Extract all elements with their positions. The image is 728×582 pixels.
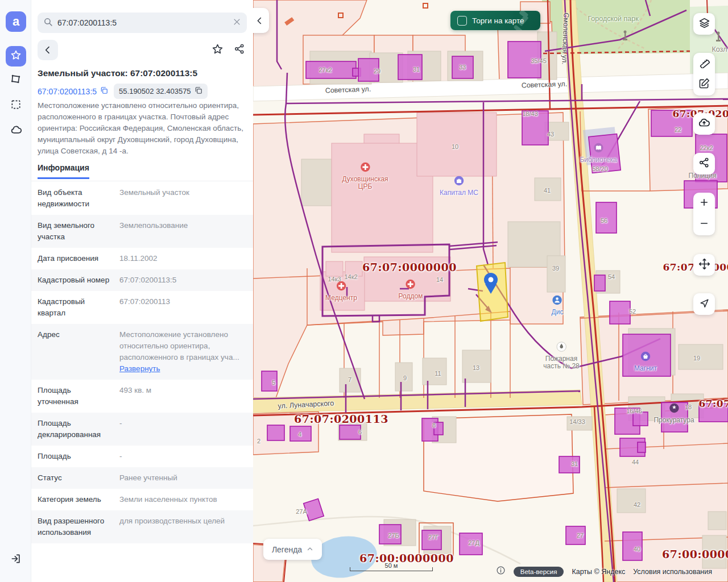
collapse-panel-button[interactable]: [253, 8, 269, 33]
cadastral-map-app: a Земельный участок: 67:07:02: [0, 0, 728, 582]
checkbox-icon[interactable]: [457, 16, 467, 26]
info-row: Вид разрешенного использованиядля произв…: [31, 510, 253, 543]
upload-button[interactable]: [693, 113, 715, 135]
house-number-label: 22к2: [700, 144, 713, 151]
cadastral-number-link[interactable]: 67:07:0200113:5: [38, 86, 108, 96]
pan-mode-button[interactable]: [693, 254, 715, 276]
back-button[interactable]: [38, 40, 58, 60]
info-row-value: Местоположение установлено относительно …: [119, 329, 247, 375]
share-map-button[interactable]: [693, 153, 715, 174]
copy-icon[interactable]: [100, 86, 108, 96]
poi-label: Капитал МС: [440, 189, 478, 197]
poi-label: Библиотека: [580, 156, 617, 164]
poi-label: Дис: [552, 309, 564, 316]
poi-marker[interactable]: Дис: [552, 295, 564, 316]
info-row-value: Ранее учтенный: [119, 472, 247, 484]
poi-marker[interactable]: Духовщинская ЦРБ: [342, 162, 388, 190]
house-number-label: 56: [601, 217, 607, 224]
locate-me-button[interactable]: [693, 293, 715, 315]
minus-icon: [699, 218, 709, 231]
info-icon[interactable]: [496, 566, 506, 577]
house-number-label: 27: [577, 532, 584, 539]
nav-rail: a: [0, 0, 31, 582]
zoom-in-button[interactable]: [693, 193, 715, 214]
info-row: АдресМестоположение установлено относите…: [31, 324, 253, 380]
street-label: Городской парк: [588, 15, 638, 23]
poi-marker[interactable]: Библиотека: [580, 143, 617, 164]
house-number-label: 33: [459, 64, 466, 70]
info-row-label: Адрес: [38, 329, 113, 375]
poi-marker[interactable]: Магнит: [634, 351, 657, 372]
dashed-square-icon: [10, 99, 22, 113]
poi-marker[interactable]: Прокуратура: [653, 403, 694, 424]
cloud-nav-button[interactable]: [6, 120, 26, 141]
logout-button[interactable]: [6, 550, 26, 570]
info-row-value: 67:07:0200113: [119, 296, 247, 319]
poi-label: Пожарная часть № 28: [543, 355, 580, 370]
move-icon: [698, 258, 710, 272]
info-row-value: -: [119, 451, 247, 462]
house-number-label: 35/45: [531, 57, 547, 64]
tab-information[interactable]: Информация: [38, 163, 89, 179]
expand-address-link[interactable]: Развернуть: [119, 364, 160, 373]
info-row: Категория земельЗемли населенных пунктов: [31, 489, 253, 510]
house-number-label: 27Б: [388, 532, 399, 539]
info-row: Площадь-: [31, 446, 253, 467]
ruler-button[interactable]: [693, 53, 715, 74]
house-number-label: 14: [436, 276, 443, 283]
house-number-label: 2: [257, 438, 260, 444]
house-number-label: 52: [629, 308, 636, 315]
house-number-label: 29: [374, 68, 380, 74]
info-row-label: Вид объекта недвижимости: [38, 187, 113, 210]
cadastral-quarter-label: 67:07:0000000: [362, 261, 457, 273]
edit-icon: [698, 78, 710, 92]
poi-marker[interactable]: Пожарная часть № 28: [543, 342, 580, 370]
poi-marker[interactable]: Капитал МС: [440, 176, 478, 197]
info-row-value: Земельный участок: [119, 187, 247, 210]
zoom-out-button[interactable]: [693, 214, 715, 235]
poi-label: Духовщинская ЦРБ: [342, 176, 388, 190]
select-area-button[interactable]: [6, 95, 26, 116]
search-input[interactable]: [57, 18, 228, 27]
house-number-label: 42: [634, 501, 640, 508]
favorites-nav-button[interactable]: [6, 46, 26, 66]
layers-button[interactable]: [693, 13, 715, 35]
polygon-tool-button[interactable]: [6, 70, 26, 90]
house-number-label: 8: [432, 422, 436, 429]
basket-icon: [640, 351, 651, 364]
location-arrow-icon: [699, 298, 710, 311]
house-number-label: 14к2: [344, 273, 357, 280]
auctions-on-map-toggle[interactable]: Торги на карте: [450, 11, 540, 30]
page-title: Земельный участок: 67:07:0200113:5: [38, 68, 247, 78]
star-icon: [10, 49, 22, 63]
polygon-icon: [10, 73, 22, 87]
app-logo[interactable]: a: [6, 11, 26, 32]
house-number-label: 39: [552, 265, 559, 272]
info-row-value: Земли населенных пунктов: [119, 494, 247, 505]
info-row: Вид объекта недвижимостиЗемельный участо…: [31, 182, 253, 215]
legend-button[interactable]: Легенда: [263, 539, 322, 560]
poi-marker[interactable]: Медцентр: [325, 281, 357, 302]
share-object-button[interactable]: [234, 43, 245, 57]
terms-of-use-link[interactable]: Условия использования: [633, 568, 712, 576]
clear-search-icon[interactable]: [233, 18, 241, 28]
layers-icon: [698, 17, 710, 31]
info-row: Кадастровый номер67:07:0200113:5: [31, 269, 253, 291]
scale-bar: 50 м: [350, 567, 433, 571]
map-canvas[interactable]: 27к229313335/4518/4343102222к258/2041563…: [253, 0, 728, 582]
house-number-label: 27А: [296, 508, 307, 515]
copy-icon[interactable]: [195, 86, 202, 96]
house-number-label: 9: [403, 375, 407, 381]
search-bar[interactable]: [38, 13, 247, 33]
poi-label: Магнит: [634, 365, 657, 372]
info-row-label: Вид разрешенного использования: [38, 516, 113, 538]
info-row: Площадь уточненная493 кв. м: [31, 380, 253, 413]
maps-copyright-link[interactable]: Карты © Яндекс: [572, 568, 625, 576]
draw-button[interactable]: [693, 74, 715, 95]
street-label: Советская ул.: [522, 80, 568, 90]
coordinates-chip[interactable]: 55.190502 32.403575: [114, 84, 208, 99]
house-number-label: 44: [632, 459, 639, 465]
poi-marker[interactable]: Роддом: [399, 279, 423, 300]
info-row-value: 493 кв. м: [119, 385, 247, 408]
favorite-object-button[interactable]: [212, 43, 224, 57]
